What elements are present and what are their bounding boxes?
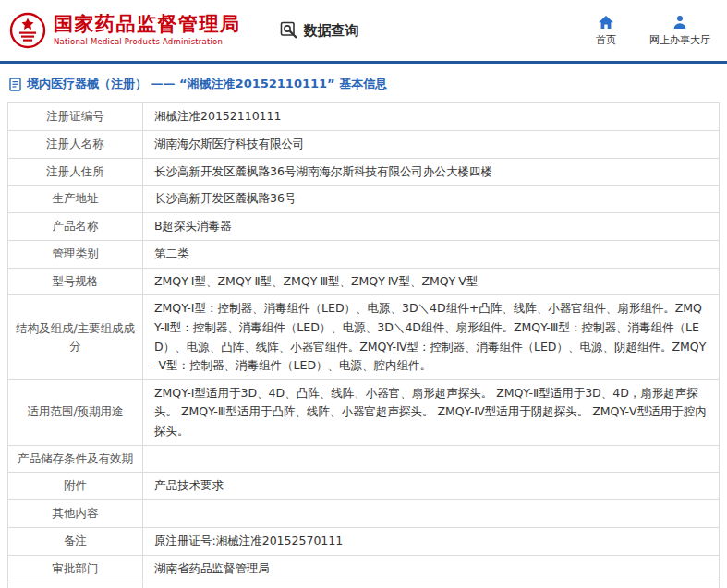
table-row: 审批部门湖南省药品监督管理局 [8,555,720,582]
home-icon [598,15,614,30]
doc-icon [9,78,21,91]
row-label: 审批部门 [8,555,143,582]
nav-home-label: 首页 [596,33,616,47]
table-row: 其他内容 [8,500,720,528]
nav-data-query[interactable]: 数据查询 [280,21,359,40]
row-label: 其他内容 [8,500,143,528]
row-value: ZMQY-Ⅰ型适用于3D、4D、凸阵、线阵、小器官、扇形超声探头。 ZMQY-Ⅱ… [143,379,720,445]
row-value [143,445,720,473]
table-row: 结构及组成/主要组成成分ZMQY-Ⅰ型：控制器、消毒组件（LED）、电源、3D＼… [8,295,720,380]
row-label: 注册人名称 [8,130,143,158]
row-label: 适用范围/预期用途 [8,379,143,445]
row-label: 生产地址 [8,186,143,213]
table-row: 批准日期2020-01-16 [8,582,720,588]
org-names: 国家药品监督管理局 National Medical Products Admi… [54,14,241,46]
row-value: ZMQY-Ⅰ型：控制器、消毒组件（LED）、电源、3D＼4D组件+凸阵、线阵、小… [143,295,720,380]
row-label: 备注 [8,527,143,555]
row-value: B超探头消毒器 [143,213,720,241]
row-value: 产品技术要求 [143,473,720,500]
search-icon [280,21,298,40]
row-value: 湖南海尔斯医疗科技有限公司 [143,130,720,158]
row-value: 第二类 [143,240,720,268]
nav-home[interactable]: 首页 [590,15,622,47]
info-table-body: 注册证编号湘械注准20152110111注册人名称湖南海尔斯医疗科技有限公司注册… [8,103,720,588]
registration-info-table: 注册证编号湘械注准20152110111注册人名称湖南海尔斯医疗科技有限公司注册… [7,102,720,588]
row-label: 注册人住所 [8,158,143,186]
nmpa-logo-block[interactable]: 国家药品监督管理局 National Medical Products Admi… [9,12,241,49]
table-row: 型号规格ZMQY-Ⅰ型、ZMQY-Ⅱ型、ZMQY-Ⅲ型、ZMQY-Ⅳ型、ZMQY… [8,268,720,295]
nmpa-emblem-logo [9,12,46,49]
table-row: 产品储存条件及有效期 [8,445,720,473]
table-row: 管理类别第二类 [8,240,720,268]
row-label: 产品储存条件及有效期 [8,445,143,473]
table-row: 注册人住所长沙高新开发区麓枫路36号湖南海尔斯科技有限公司办公大楼四楼 [8,158,720,186]
row-value: 2020-01-16 [143,582,720,588]
row-value [143,500,720,528]
row-value: 湖南省药品监督管理局 [143,555,720,582]
table-row: 注册人名称湖南海尔斯医疗科技有限公司 [8,130,720,158]
row-value: 湘械注准20152110111 [143,103,720,131]
person-icon [672,15,687,30]
page-header: 国家药品监督管理局 National Medical Products Admi… [0,0,727,61]
row-value: 长沙高新开发区麓枫路36号 [143,186,720,213]
row-label: 型号规格 [8,268,143,295]
table-row: 注册证编号湘械注准20152110111 [8,103,720,131]
row-label: 结构及组成/主要组成成分 [8,295,143,380]
table-row: 适用范围/预期用途ZMQY-Ⅰ型适用于3D、4D、凸阵、线阵、小器官、扇形超声探… [8,379,720,445]
row-label: 批准日期 [8,582,143,588]
org-name-cn: 国家药品监督管理局 [54,14,241,35]
table-row: 产品名称B超探头消毒器 [8,213,720,241]
row-value: 长沙高新开发区麓枫路36号湖南海尔斯科技有限公司办公大楼四楼 [143,158,720,186]
org-name-en: National Medical Products Administration [54,38,241,46]
breadcrumb-text: 境内医疗器械（注册） —— “湘械注准20152110111” 基本信息 [27,76,387,92]
table-row: 备注原注册证号:湘械注准20152570111 [8,527,720,555]
breadcrumb: 境内医疗器械（注册） —— “湘械注准20152110111” 基本信息 [0,64,727,102]
row-label: 注册证编号 [8,103,143,131]
table-row: 附件产品技术要求 [8,473,720,500]
header-nav: 首页 网上办事大厅 [590,15,710,47]
row-label: 管理类别 [8,240,143,268]
nav-data-query-label: 数据查询 [304,22,359,40]
registration-info-section: 注册证编号湘械注准20152110111注册人名称湖南海尔斯医疗科技有限公司注册… [0,102,727,588]
nav-service-hall[interactable]: 网上办事大厅 [649,15,710,47]
row-label: 产品名称 [8,213,143,241]
row-label: 附件 [8,473,143,500]
row-value: 原注册证号:湘械注准20152570111 [143,527,720,555]
table-row: 生产地址长沙高新开发区麓枫路36号 [8,186,720,213]
nav-service-hall-label: 网上办事大厅 [649,33,710,47]
row-value: ZMQY-Ⅰ型、ZMQY-Ⅱ型、ZMQY-Ⅲ型、ZMQY-Ⅳ型、ZMQY-Ⅴ型 [143,268,720,295]
